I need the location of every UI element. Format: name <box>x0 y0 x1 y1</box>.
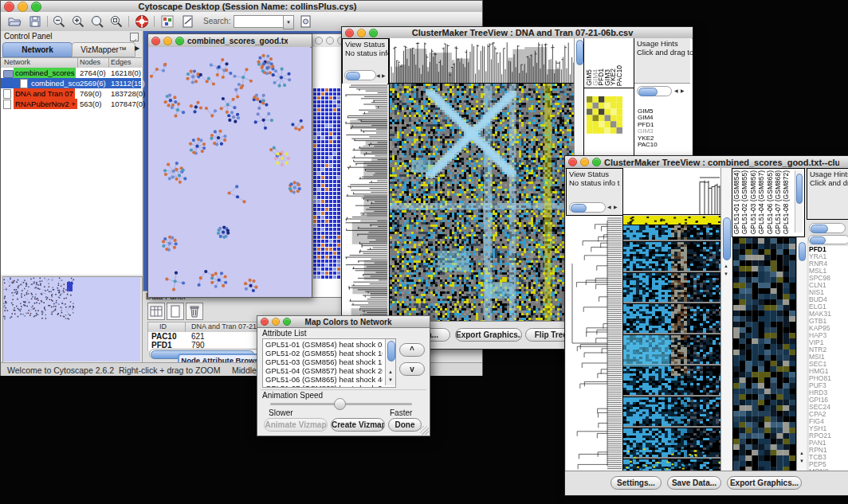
tv1-status-hscrollbar[interactable] <box>344 70 376 80</box>
attribute-list-item[interactable]: GPL51-02 (GSM855) heat shock 10 min <box>263 349 383 357</box>
scroll-right-icon[interactable]: ▶ <box>614 205 618 209</box>
tv2-heatmap[interactable] <box>622 216 720 471</box>
tv2-vscrollbar[interactable]: ▲ ▼ <box>720 168 732 471</box>
zoom-button[interactable] <box>31 2 41 12</box>
close-button[interactable] <box>151 37 160 45</box>
sliver-titlebar[interactable] <box>312 34 344 48</box>
network-list-row[interactable]: DNA and Tran 07769(0)183728(0) <box>1 88 141 99</box>
attribute-list-item[interactable]: GPL51-06 (GSM865) heat shock 40 min <box>263 375 383 384</box>
tv2-export-graphics-button[interactable]: Export Graphics... <box>727 476 802 490</box>
tab-overflow-icon[interactable]: ▶ <box>135 45 139 52</box>
zoom-out-icon[interactable] <box>52 14 66 29</box>
birdseye-view[interactable] <box>2 276 143 364</box>
attribute-list-item[interactable]: GPL51-04 (GSM857) heat shock 20 min <box>263 366 383 375</box>
minimize-button[interactable] <box>357 29 366 37</box>
help-lifesaver-icon[interactable] <box>135 14 149 29</box>
minimize-button[interactable] <box>326 37 334 45</box>
network-list-row[interactable]: combined_scores2764(0)16218(0) <box>1 68 141 78</box>
minimize-button[interactable] <box>18 2 28 12</box>
zoom-fit-icon[interactable] <box>90 14 104 29</box>
tab-network[interactable]: Network <box>2 42 73 57</box>
dense-network-view[interactable] <box>312 47 342 295</box>
tv2-zoom-heatmap[interactable] <box>732 237 796 472</box>
network-list-row[interactable]: combined_sco2569(6)13112(15) <box>1 78 141 88</box>
attribute-list-item[interactable]: GPL51-03 (GSM856) heat shock 15 min <box>263 357 383 366</box>
tv2-save-data-button[interactable]: Save Data... <box>667 476 721 490</box>
move-up-button[interactable]: ^ <box>399 343 425 357</box>
close-button[interactable] <box>568 158 577 166</box>
network-view-titlebar[interactable]: combined_scores_good.txt--cluste... <box>148 34 312 48</box>
new-attribute-icon[interactable] <box>167 303 184 320</box>
snapshot-icon[interactable] <box>299 14 313 29</box>
tv1-row-dendrogram[interactable] <box>342 84 387 321</box>
delete-attribute-icon[interactable] <box>186 303 203 320</box>
scroll-down-icon[interactable]: ▼ <box>724 272 728 276</box>
treeview-combined-titlebar[interactable]: ClusterMaker TreeView : combined_scores_… <box>565 156 848 169</box>
close-button[interactable] <box>345 29 354 37</box>
main-titlebar[interactable]: Cytoscape Desktop (Session Name: collins… <box>1 1 482 13</box>
tv2-row-dendrogram[interactable] <box>566 216 622 471</box>
close-button[interactable] <box>315 37 323 45</box>
resize-grip[interactable] <box>420 426 429 435</box>
data-row-id[interactable]: PAC10 <box>151 332 177 341</box>
close-button[interactable] <box>261 318 269 326</box>
scroll-left-icon[interactable]: ◀ <box>376 73 380 78</box>
zoom-selected-icon[interactable] <box>109 14 124 29</box>
close-button[interactable] <box>4 2 14 12</box>
float-panel-icon[interactable] <box>130 33 139 41</box>
network-table-header[interactable]: Network Nodes Edges <box>1 57 142 68</box>
scroll-left-icon[interactable]: ◀ <box>674 88 678 93</box>
attribute-list-item[interactable]: GPL51-01 (GSM854) heat shock 05 min <box>263 340 383 349</box>
scroll-down-icon[interactable]: ▼ <box>799 459 804 463</box>
slider-thumb[interactable] <box>334 398 346 410</box>
attribute-list-item[interactable]: GPL51-07 (GSM868) heat shock 60 min <box>263 384 383 388</box>
tv2-settings-button[interactable]: Settings... <box>610 476 662 490</box>
tv2-labels-vscrollbar[interactable] <box>795 170 803 232</box>
scroll-left-icon[interactable]: ◀ <box>607 205 611 209</box>
scroll-up-icon[interactable]: ▲ <box>724 264 728 268</box>
move-down-button[interactable]: v <box>399 362 425 376</box>
tv2-genes-hscrollbar[interactable] <box>808 235 848 244</box>
search-input[interactable] <box>234 15 285 28</box>
vizmapper-icon[interactable] <box>160 14 175 29</box>
scroll-up-icon[interactable]: ▲ <box>388 369 393 374</box>
tab-vizmapper[interactable]: VizMapper™ <box>72 42 135 57</box>
tv1-usage-hscrollbar[interactable] <box>637 86 672 96</box>
scroll-down-icon[interactable]: ▼ <box>388 377 393 382</box>
network-list-row[interactable]: RNAPuberNov2 +563(0)107847(0) <box>1 99 141 109</box>
tv2-usage-hscrollbar[interactable] <box>809 223 846 233</box>
annotation-icon[interactable] <box>181 14 195 29</box>
attribute-list[interactable]: GPL51-01 (GSM854) heat shock 05 minGPL51… <box>262 338 396 388</box>
tv2-column-dendrogram[interactable] <box>622 168 720 215</box>
tv1-mini-matrix[interactable] <box>587 96 622 134</box>
zoom-button[interactable] <box>283 318 291 326</box>
done-button[interactable]: Done <box>388 418 422 432</box>
scroll-up-icon[interactable]: ▲ <box>799 451 804 455</box>
data-row-value[interactable]: 621 <box>191 332 205 341</box>
search-dropdown-icon[interactable]: ▼ <box>283 15 294 29</box>
scroll-right-icon[interactable]: ▶ <box>681 88 685 93</box>
open-file-icon[interactable] <box>7 14 22 29</box>
tv1-export-graphics-button[interactable]: Export Graphics... <box>455 328 522 342</box>
treeview-dna-titlebar[interactable]: ClusterMaker TreeView : DNA and Tran 07-… <box>342 27 693 39</box>
minimize-button[interactable] <box>272 318 280 326</box>
tv2-zoom-vscrollbar[interactable]: ▲ ▼ <box>796 237 807 471</box>
dialog-titlebar[interactable]: Map Colors to Network <box>257 316 430 328</box>
attribute-list-vscrollbar[interactable]: ▲ ▼ <box>385 339 395 385</box>
minimize-button[interactable] <box>580 158 589 166</box>
tv1-column-dendrogram[interactable] <box>389 38 574 84</box>
tv2-status-hscrollbar[interactable] <box>569 202 606 213</box>
scroll-right-icon[interactable]: ▶ <box>382 73 386 78</box>
create-vizmap-button[interactable]: Create Vizmap <box>331 418 385 432</box>
table-mode-icon[interactable] <box>147 303 165 320</box>
gene-list[interactable]: PFD1YRA1RNR4MSL1SPC98CLN1NIS1BUD4ELG1MAK… <box>809 246 848 471</box>
zoom-button[interactable] <box>175 37 184 45</box>
zoom-button[interactable] <box>592 158 601 166</box>
save-icon[interactable] <box>28 14 42 29</box>
zoom-in-icon[interactable] <box>71 14 85 29</box>
network-graph-view[interactable] <box>148 47 310 295</box>
animate-vizmap-button[interactable]: Animate Vizmap <box>264 418 328 432</box>
tv1-heatmap[interactable] <box>389 84 574 321</box>
zoom-button[interactable] <box>369 29 378 37</box>
minimize-button[interactable] <box>163 37 172 45</box>
